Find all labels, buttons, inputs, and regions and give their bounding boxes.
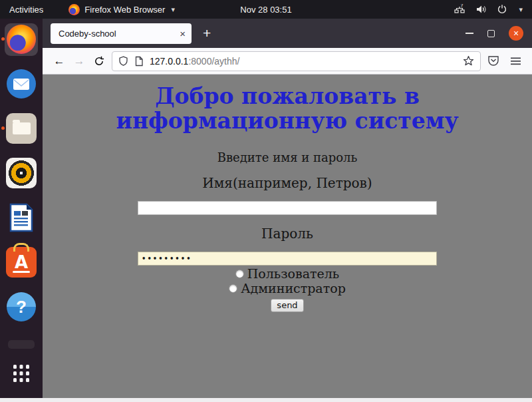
window-controls: × bbox=[466, 26, 532, 41]
dock-item-files[interactable] bbox=[5, 112, 38, 145]
radio-admin-label: Администратор bbox=[241, 282, 346, 295]
firefox-icon bbox=[68, 4, 80, 15]
chevron-down-icon: ▾ bbox=[519, 5, 523, 14]
dark-app-icon bbox=[8, 340, 35, 349]
shield-permissions-icon[interactable] bbox=[118, 56, 128, 67]
dock-item-help[interactable]: ? bbox=[5, 291, 38, 323]
dock-item-libreoffice-writer[interactable] bbox=[5, 202, 38, 234]
new-tab-button[interactable]: + bbox=[203, 25, 211, 41]
thunderbird-icon bbox=[7, 69, 36, 99]
tab-codeby-school[interactable]: Codeby-school × bbox=[51, 23, 192, 44]
show-applications-icon bbox=[11, 363, 31, 383]
tab-title: Codeby-school bbox=[59, 29, 180, 39]
volume-icon bbox=[475, 4, 487, 15]
radio-user[interactable] bbox=[235, 270, 244, 278]
dock-item-thunderbird[interactable] bbox=[5, 68, 38, 100]
dock-item-ubuntu-software[interactable]: A bbox=[5, 246, 38, 279]
ubuntu-software-icon: A bbox=[6, 247, 37, 278]
tab-bar: Codeby-school × + × bbox=[43, 19, 532, 48]
name-input[interactable] bbox=[138, 201, 437, 215]
firefox-icon bbox=[7, 25, 36, 54]
url-bar[interactable]: 127.0.0.1:8000/aythh/ bbox=[112, 51, 481, 71]
password-input[interactable]: ••••••••• bbox=[138, 252, 437, 266]
restore-button[interactable] bbox=[487, 30, 495, 37]
url-path: :8000/aythh/ bbox=[188, 56, 239, 67]
url-host: 127.0.0.1 bbox=[150, 56, 188, 67]
page-title-line2: информационную систему bbox=[43, 108, 532, 133]
toolbar-right-icons bbox=[486, 55, 525, 67]
close-window-button[interactable]: × bbox=[509, 26, 523, 41]
name-field-label: Имя(например, Петров) bbox=[43, 175, 532, 191]
svg-text:?: ? bbox=[461, 4, 464, 9]
chevron-down-icon: ▾ bbox=[171, 5, 175, 14]
ubuntu-dock: A ? bbox=[0, 19, 43, 398]
minimize-button[interactable] bbox=[466, 33, 473, 34]
web-page-content: Добро пожаловать винформационную систему… bbox=[43, 75, 532, 397]
app-menu-firefox[interactable]: Firefox Web Browser ▾ bbox=[68, 4, 175, 15]
running-indicator-dot bbox=[1, 37, 5, 41]
dock-item-firefox[interactable] bbox=[5, 23, 38, 56]
forward-button[interactable]: → bbox=[69, 52, 89, 71]
reload-button[interactable] bbox=[89, 52, 109, 71]
intro-text: Введите имя и пароль bbox=[43, 150, 532, 164]
activities-button[interactable]: Activities bbox=[0, 5, 54, 15]
navigation-toolbar: ← → 127.0.0.1:8000/aythh/ bbox=[43, 48, 532, 75]
password-field-label: Пароль bbox=[43, 226, 532, 242]
rhythmbox-icon bbox=[6, 158, 37, 188]
system-top-bar: Activities Firefox Web Browser ▾ Nov 28 … bbox=[0, 0, 532, 19]
power-icon bbox=[497, 4, 507, 15]
reload-icon bbox=[94, 56, 104, 67]
back-button[interactable]: ← bbox=[49, 52, 69, 71]
radio-row-user: Пользователь bbox=[43, 268, 532, 280]
show-applications-button[interactable] bbox=[5, 356, 38, 389]
network-question-icon: ? bbox=[454, 4, 466, 15]
screen-bottom-strip bbox=[0, 398, 532, 402]
dock-item-rhythmbox[interactable] bbox=[5, 157, 38, 190]
page-title-line1: Добро пожаловать в bbox=[43, 84, 532, 108]
send-button[interactable]: send bbox=[271, 299, 303, 312]
help-icon: ? bbox=[7, 292, 36, 321]
system-status-area[interactable]: ? ▾ bbox=[454, 4, 532, 15]
dock-item-dark-app[interactable] bbox=[5, 335, 38, 352]
tab-close-icon[interactable]: × bbox=[180, 29, 186, 39]
page-info-icon[interactable] bbox=[134, 56, 144, 67]
firefox-window: Codeby-school × + × ← → 127.0.0. bbox=[43, 19, 532, 398]
files-icon bbox=[6, 113, 37, 144]
app-menu-label: Firefox Web Browser bbox=[84, 5, 165, 15]
page-title: Добро пожаловать винформационную систему bbox=[43, 84, 532, 134]
radio-row-admin: Администратор bbox=[43, 282, 532, 295]
radio-admin[interactable] bbox=[229, 284, 237, 293]
libreoffice-writer-icon bbox=[8, 203, 35, 232]
url-text[interactable]: 127.0.0.1:8000/aythh/ bbox=[150, 56, 457, 67]
running-indicator-dot bbox=[1, 126, 5, 130]
pocket-icon[interactable] bbox=[487, 55, 499, 67]
bookmark-star-icon[interactable] bbox=[463, 55, 474, 67]
radio-user-label: Пользователь bbox=[247, 268, 339, 280]
hamburger-menu-icon[interactable] bbox=[510, 57, 521, 66]
